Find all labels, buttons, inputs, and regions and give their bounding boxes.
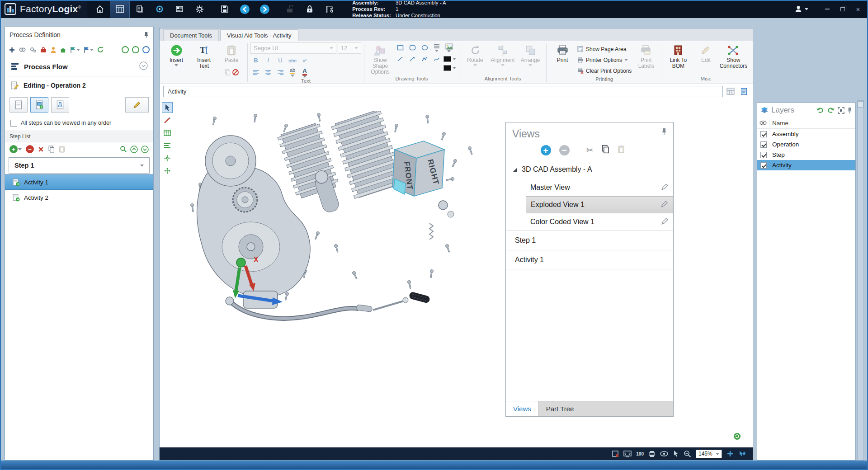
settings-button[interactable] [189, 0, 209, 18]
printer-options-button[interactable]: Printer Options [577, 55, 632, 65]
tab-visual-aid-tools[interactable]: Visual Aid Tools - Activity [220, 29, 298, 41]
process-definition-button[interactable] [110, 0, 130, 18]
user-menu-button[interactable] [794, 5, 808, 14]
move-step-down-button[interactable] [141, 144, 149, 154]
insert-button[interactable]: Insert [163, 42, 189, 75]
copy-view-button[interactable] [601, 145, 609, 155]
move-tool-button[interactable] [162, 165, 173, 176]
bold-button[interactable]: B [250, 55, 261, 66]
edit-view-icon[interactable] [660, 200, 668, 210]
cad-exploded-view[interactable]: FRONT RIGHT X [183, 111, 495, 373]
visual-aid-document-button[interactable] [30, 97, 48, 113]
edit-operation-button[interactable] [125, 97, 149, 113]
show-connectors-button[interactable]: ShowConnectors [720, 42, 746, 75]
arrow-shape-button[interactable] [407, 54, 418, 64]
activity-item-2[interactable]: Activity 2 [5, 190, 153, 205]
back-button[interactable] [235, 0, 255, 18]
status-green-icon[interactable] [122, 45, 129, 55]
tree-node-master-view[interactable]: Master View [506, 179, 673, 196]
edit-view-icon[interactable] [661, 217, 669, 227]
align-left-button[interactable] [250, 67, 261, 77]
paste-button[interactable]: Paste [218, 42, 245, 66]
close-button[interactable]: × [852, 4, 864, 14]
fill-color-picker[interactable] [443, 65, 456, 71]
alignment-button[interactable]: Alignment [490, 42, 516, 75]
annotate-tool-button[interactable] [162, 115, 173, 126]
zoom-selection-icon[interactable] [739, 449, 746, 458]
table-tool-button[interactable] [162, 127, 173, 138]
tab-views[interactable]: Views [506, 401, 539, 416]
show-page-area-button[interactable]: Show Page Area [577, 44, 632, 54]
line-shape-button[interactable] [395, 54, 406, 64]
line-color-picker[interactable] [443, 56, 456, 62]
rotate-button[interactable]: Rotate [462, 42, 488, 75]
unlock-button[interactable] [280, 0, 300, 18]
add-view-button[interactable]: + [541, 145, 551, 155]
documents-button[interactable] [130, 0, 150, 18]
layer-row-activity[interactable]: Activity [757, 160, 855, 170]
operation-document-button[interactable] [9, 97, 28, 113]
minimize-button[interactable] [821, 4, 834, 14]
flag-blue-icon[interactable] [83, 45, 94, 55]
italic-button[interactable]: I [263, 55, 274, 66]
layer-checkbox[interactable] [760, 131, 767, 137]
lock-button[interactable] [300, 0, 320, 18]
insert-text-button[interactable]: T InsertText [191, 42, 217, 75]
restore-button[interactable] [836, 4, 849, 14]
visibility-icon[interactable] [660, 449, 668, 458]
step-item[interactable]: Step 1 [9, 157, 150, 174]
list-tool-button[interactable] [162, 140, 173, 151]
align-right-button[interactable] [275, 67, 286, 77]
tab-document-tools[interactable]: Document Tools [163, 29, 219, 41]
tree-node-assembly[interactable]: 3D CAD Assembly - A [506, 160, 673, 179]
cut-view-button[interactable]: ✂ [586, 145, 594, 155]
delete-step-button[interactable] [38, 144, 44, 154]
home-button[interactable] [90, 0, 110, 18]
highlight-color-button[interactable]: ab [287, 67, 298, 77]
tree-node-exploded-view[interactable]: Exploded View 1 [506, 196, 673, 213]
expander-icon[interactable] [513, 168, 517, 172]
print-preview-icon[interactable] [648, 449, 656, 458]
layer-checkbox[interactable] [760, 141, 767, 148]
link-icon[interactable] [19, 45, 26, 55]
paste-step-button[interactable] [59, 144, 65, 154]
shape-list-button[interactable] [431, 42, 442, 53]
clear-print-options-button[interactable]: Clear Print Options [577, 66, 632, 75]
gears-icon[interactable] [29, 45, 37, 55]
tree-node-step[interactable]: Step 1 [506, 230, 673, 250]
ellipse-shape-button[interactable] [419, 42, 430, 53]
status-green2-icon[interactable] [132, 45, 139, 55]
activity-item-1[interactable]: Activity 1 [5, 174, 153, 190]
arrange-button[interactable]: Arrange [517, 42, 543, 75]
save-button[interactable] [215, 0, 235, 18]
pin-icon[interactable] [847, 107, 852, 114]
right-scroll-strip[interactable] [857, 100, 864, 461]
rectangle-shape-button[interactable] [395, 42, 406, 53]
forward-button[interactable] [255, 0, 274, 18]
sync-status-icon[interactable] [733, 432, 741, 442]
collapse-section-icon[interactable] [139, 61, 148, 71]
zoom-out-icon[interactable] [684, 449, 691, 458]
layer-checkbox[interactable] [760, 152, 767, 158]
expand-panel-icon[interactable] [838, 107, 844, 114]
strikethrough-button[interactable]: abc [287, 55, 298, 66]
curve-shape-button[interactable] [431, 54, 442, 64]
zoom-in-icon[interactable] [726, 449, 734, 458]
plugin-icon[interactable] [60, 45, 66, 55]
find-step-button[interactable] [120, 144, 127, 154]
news-button[interactable] [170, 0, 189, 18]
layer-row-assembly[interactable]: Assembly [757, 129, 855, 139]
copy-small-button[interactable] [225, 67, 231, 77]
font-family-combobox[interactable]: Segoe UI [250, 42, 336, 54]
pin-icon[interactable] [661, 128, 667, 137]
activity-name-input[interactable] [163, 86, 723, 97]
layer-row-operation[interactable]: Operation [757, 139, 855, 150]
status-blue-icon[interactable] [142, 45, 150, 55]
redo-icon[interactable] [827, 107, 835, 113]
font-size-combobox[interactable]: 12 [338, 42, 361, 54]
tree-node-activity[interactable]: Activity 1 [506, 250, 673, 269]
scroll-up-button[interactable] [858, 101, 863, 108]
edit-view-icon[interactable] [661, 183, 669, 193]
layer-checkbox[interactable] [760, 162, 767, 169]
process-flow-header[interactable]: Process Flow [5, 57, 153, 76]
